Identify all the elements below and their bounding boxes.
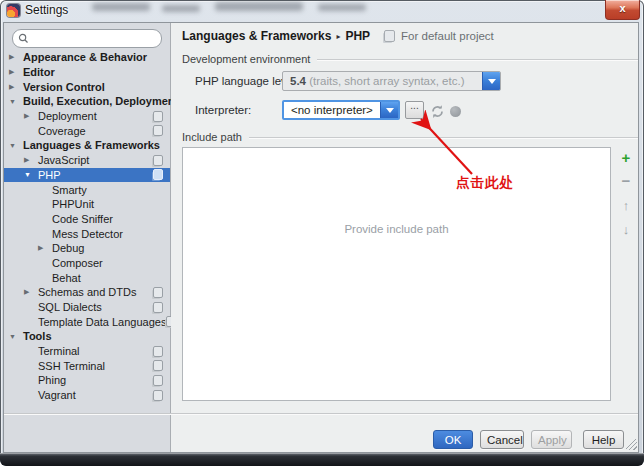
phpstorm-app-icon (7, 4, 20, 17)
php-level-select[interactable]: 5.4 (traits, short array syntax, etc.) (282, 71, 501, 91)
sidebar-item-composer[interactable]: Composer (4, 256, 170, 271)
include-path-list[interactable] (182, 147, 611, 401)
shared-settings-icon (153, 169, 163, 180)
sidebar-item-label: PHPUnit (52, 198, 94, 210)
search-icon (18, 33, 29, 44)
sidebar-item-sql-dialects[interactable]: SQL Dialects (4, 300, 170, 315)
chevron-collapsed-icon[interactable]: ▶ (9, 68, 23, 76)
sidebar-item-label: Build, Execution, Deployment (23, 95, 178, 107)
ok-button[interactable]: OK (433, 430, 473, 449)
dev-env-group-label: Development environment (182, 53, 310, 65)
shared-settings-icon (153, 346, 163, 357)
sidebar-item-languages-frameworks[interactable]: ▼Languages & Frameworks (4, 138, 170, 153)
sidebar-item-debug[interactable]: ▶Debug (4, 241, 170, 256)
sidebar-item-terminal[interactable]: Terminal (4, 344, 170, 359)
sidebar-item-editor[interactable]: ▶Editor (4, 65, 170, 80)
include-path-toolbar: + − ↑ ↓ (613, 147, 639, 243)
sidebar-item-php[interactable]: ▼PHP (4, 168, 170, 183)
plus-icon: + (622, 149, 631, 166)
chevron-expanded-icon[interactable]: ▼ (9, 142, 23, 149)
chevron-down-icon (386, 108, 394, 113)
footer-divider (4, 413, 639, 415)
interpreter-dropdown-button[interactable] (380, 102, 398, 118)
group-divider (249, 137, 638, 138)
chevron-expanded-icon[interactable]: ▼ (24, 171, 38, 178)
include-path-empty-text: Provide include path (182, 223, 611, 235)
title-bar[interactable]: Settings x (0, 0, 644, 22)
reload-interpreters-icon[interactable] (430, 104, 445, 119)
sidebar-item-code-sniffer[interactable]: Code Sniffer (4, 212, 170, 227)
sidebar-item-label: PHP (38, 169, 61, 181)
sidebar-item-smarty[interactable]: Smarty (4, 182, 170, 197)
add-button[interactable]: + (616, 147, 636, 171)
chevron-collapsed-icon[interactable]: ▶ (38, 244, 52, 252)
sidebar-item-version-control[interactable]: ▶Version Control (4, 79, 170, 94)
close-button[interactable]: x (605, 0, 640, 20)
sidebar-item-phing[interactable]: Phing (4, 373, 170, 388)
minus-icon: − (622, 172, 631, 189)
move-up-button[interactable]: ↑ (616, 195, 636, 219)
breadcrumb-section[interactable]: Languages & Frameworks (182, 29, 331, 43)
aero-glass-streak (162, 5, 200, 12)
sidebar-item-label: Editor (23, 66, 55, 78)
sidebar-item-deployment[interactable]: ▶Deployment (4, 109, 170, 124)
sidebar-item-javascript[interactable]: ▶JavaScript (4, 153, 170, 168)
interpreter-browse-button[interactable]: ... (405, 101, 424, 119)
default-project-icon (384, 30, 395, 42)
remove-button[interactable]: − (616, 171, 636, 195)
apply-button[interactable]: Apply (531, 430, 572, 449)
sidebar-item-label: Mess Detector (52, 228, 123, 240)
chevron-collapsed-icon[interactable]: ▶ (24, 288, 38, 296)
sidebar-item-template-data-languages[interactable]: Template Data Languages (4, 314, 170, 329)
php-level-value: 5.4 (290, 75, 306, 87)
settings-dialog: Settings x ▶Appearance & Behavior▶Editor… (0, 0, 644, 466)
sidebar-item-coverage[interactable]: Coverage (4, 123, 170, 138)
sidebar-item-label: Code Sniffer (52, 213, 113, 225)
dialog-content: ▶Appearance & Behavior▶Editor▶Version Co… (3, 22, 639, 453)
window-bottom-frame (0, 453, 644, 466)
sidebar-item-phpunit[interactable]: PHPUnit (4, 197, 170, 212)
shared-settings-icon (153, 360, 163, 371)
sidebar-item-appearance-behavior[interactable]: ▶Appearance & Behavior (4, 50, 170, 65)
chevron-collapsed-icon[interactable]: ▶ (9, 83, 23, 91)
dev-env-group: Development environment (182, 53, 638, 65)
include-path-group-label: Include path (182, 131, 242, 143)
annotation-text: 点击此处 (456, 174, 514, 192)
sidebar-item-vagrant[interactable]: Vagrant (4, 388, 170, 403)
sidebar-item-behat[interactable]: Behat (4, 270, 170, 285)
move-down-button[interactable]: ↓ (616, 219, 636, 243)
aero-glass-streak (92, 3, 150, 11)
chevron-collapsed-icon[interactable]: ▶ (24, 156, 38, 164)
settings-sidebar: ▶Appearance & Behavior▶Editor▶Version Co… (4, 23, 171, 452)
sidebar-item-label: Languages & Frameworks (23, 139, 160, 151)
scope-label: For default project (401, 30, 494, 42)
sidebar-item-label: SQL Dialects (38, 301, 102, 313)
shared-settings-icon (153, 390, 163, 401)
shared-settings-icon (153, 111, 163, 122)
sidebar-item-label: Debug (52, 242, 84, 254)
interpreter-label: Interpreter: (195, 100, 251, 120)
resize-grip[interactable] (626, 439, 637, 450)
window-title: Settings (25, 3, 68, 17)
search-input[interactable] (12, 29, 162, 48)
sidebar-item-tools[interactable]: ▼Tools (4, 329, 170, 344)
chevron-expanded-icon[interactable]: ▼ (9, 98, 23, 105)
sidebar-item-ssh-terminal[interactable]: SSH Terminal (4, 358, 170, 373)
interpreter-select[interactable]: <no interpreter> (282, 100, 400, 120)
sidebar-item-label: Schemas and DTDs (38, 286, 136, 298)
sidebar-item-build-execution-deployment[interactable]: ▼Build, Execution, Deployment (4, 94, 170, 109)
php-level-note: (traits, short array syntax, etc.) (306, 75, 464, 87)
sidebar-item-mess-detector[interactable]: Mess Detector (4, 226, 170, 241)
chevron-collapsed-icon[interactable]: ▶ (24, 112, 38, 120)
chevron-collapsed-icon[interactable]: ▶ (9, 53, 23, 61)
sidebar-item-label: Coverage (38, 125, 86, 137)
chevron-expanded-icon[interactable]: ▼ (9, 333, 23, 340)
php-level-dropdown-button[interactable] (482, 72, 500, 90)
cancel-button[interactable]: Cancel (480, 430, 524, 449)
breadcrumb-page: PHP (345, 29, 370, 43)
include-path-group: Include path (182, 131, 638, 143)
help-button[interactable]: Help (583, 430, 624, 449)
shared-settings-icon (153, 302, 163, 313)
sidebar-item-schemas-and-dtds[interactable]: ▶Schemas and DTDs (4, 285, 170, 300)
shared-settings-icon (153, 155, 163, 166)
